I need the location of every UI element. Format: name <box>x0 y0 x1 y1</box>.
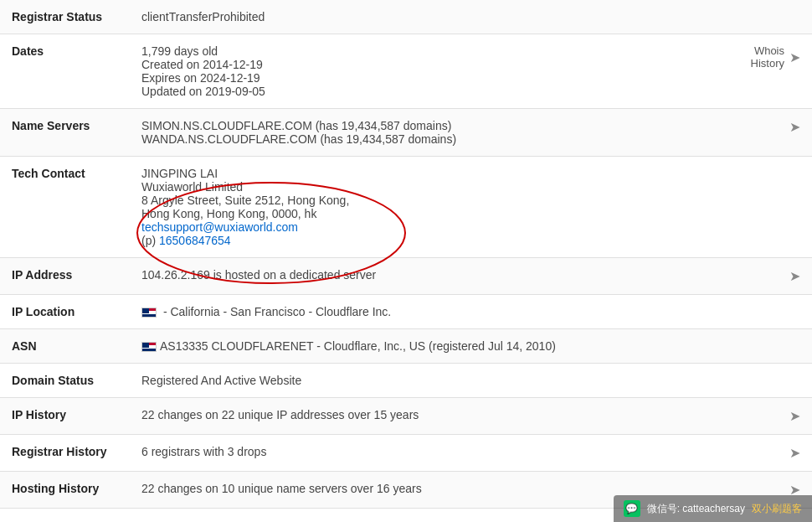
value-line-dates: Expires on 2024-12-19 <box>141 71 727 85</box>
value-line-name-servers: SIMON.NS.CLOUDFLARE.COM (has 19,434,587 … <box>141 119 727 132</box>
label-name-servers: Name Servers <box>0 109 130 157</box>
value-asn: AS13335 CLOUDFLARENET - Cloudflare, Inc.… <box>130 329 739 364</box>
row-ip-location: IP Location - California - San Francisco… <box>0 295 812 329</box>
flag-icon <box>141 342 157 352</box>
flag-icon <box>141 308 157 318</box>
arrow-icon-registrar-history[interactable]: ➤ <box>789 445 800 461</box>
value-line-dates: Created on 2014-12-19 <box>141 58 727 71</box>
value-dates: 1,799 days oldCreated on 2014-12-19Expir… <box>130 34 739 109</box>
tech-contact-email[interactable]: techsupport@wuxiaworld.com <box>141 220 298 234</box>
row-asn: ASNAS13335 CLOUDFLARENET - Cloudflare, I… <box>0 329 812 364</box>
whois-table: Registrar StatusclientTransferProhibited… <box>0 0 812 509</box>
value-ip-address: 104.26.2.169 is hosted on a dedicated se… <box>130 258 739 295</box>
arrow-icon-ip-address[interactable]: ➤ <box>789 268 800 284</box>
action-ip-location <box>739 295 812 329</box>
arrow-icon-name-servers[interactable]: ➤ <box>789 119 800 135</box>
label-registrar-status: Registrar Status <box>0 0 130 34</box>
value-name-servers: SIMON.NS.CLOUDFLARE.COM (has 19,434,587 … <box>130 109 739 157</box>
value-tech-contact: JINGPING LAIWuxiaworld Limited8 Argyle S… <box>130 157 739 258</box>
label-ip-location: IP Location <box>0 295 130 329</box>
value-ip-location: - California - San Francisco - Cloudflar… <box>130 295 739 329</box>
row-ip-address: IP Address104.26.2.169 is hosted on a de… <box>0 258 812 295</box>
action-name-servers[interactable]: ➤ <box>739 109 812 157</box>
action-ip-history[interactable]: ➤ <box>739 398 812 435</box>
whois-history-link[interactable]: Whois History➤ <box>751 44 800 70</box>
value-line-dates: 1,799 days old <box>141 44 727 58</box>
value-text-ip-location: - California - San Francisco - Cloudflar… <box>160 305 391 318</box>
row-domain-status: Domain StatusRegistered And Active Websi… <box>0 364 812 398</box>
label-registrar-history: Registrar History <box>0 435 130 472</box>
action-registrar-status <box>739 0 812 34</box>
action-tech-contact <box>739 157 812 258</box>
watermark-brand: 双小刷题客 <box>752 502 802 509</box>
arrow-icon-ip-history[interactable]: ➤ <box>789 408 800 424</box>
row-dates: Dates1,799 days oldCreated on 2014-12-19… <box>0 34 812 109</box>
row-tech-contact: Tech ContactJINGPING LAIWuxiaworld Limit… <box>0 157 812 258</box>
label-ip-address: IP Address <box>0 258 130 295</box>
watermark-wechat: 微信号: catteachersay <box>647 502 745 509</box>
value-text-asn: AS13335 CLOUDFLARENET - Cloudflare, Inc.… <box>160 339 556 353</box>
row-name-servers: Name ServersSIMON.NS.CLOUDFLARE.COM (has… <box>0 109 812 157</box>
value-line-dates: Updated on 2019-09-05 <box>141 85 727 98</box>
row-ip-history: IP History22 changes on 22 unique IP add… <box>0 398 812 435</box>
label-hosting-history: Hosting History <box>0 472 130 509</box>
tech-contact-line: JINGPING LAI <box>141 167 349 180</box>
value-registrar-history: 6 registrars with 3 drops <box>130 435 739 472</box>
whois-history-arrow-icon: ➤ <box>789 49 800 65</box>
action-domain-status <box>739 364 812 398</box>
action-dates[interactable]: Whois History➤ <box>739 34 812 109</box>
value-ip-history: 22 changes on 22 unique IP addresses ove… <box>130 398 739 435</box>
value-line-name-servers: WANDA.NS.CLOUDFLARE.COM (has 19,434,587 … <box>141 132 727 146</box>
label-dates: Dates <box>0 34 130 109</box>
label-asn: ASN <box>0 329 130 364</box>
row-registrar-status: Registrar StatusclientTransferProhibited <box>0 0 812 34</box>
whois-history-label: Whois History <box>751 44 784 70</box>
tech-contact-phone[interactable]: 16506847654 <box>159 234 231 247</box>
tech-contact-line: Wuxiaworld Limited <box>141 180 349 194</box>
value-domain-status: Registered And Active Website <box>130 364 739 398</box>
tech-contact-line: Hong Kong, Hong Kong, 0000, hk <box>141 207 349 220</box>
action-registrar-history[interactable]: ➤ <box>739 435 812 472</box>
label-tech-contact: Tech Contact <box>0 157 130 258</box>
label-domain-status: Domain Status <box>0 364 130 398</box>
action-ip-address[interactable]: ➤ <box>739 258 812 295</box>
wechat-icon: 💬 <box>624 500 640 509</box>
tech-contact-line: 8 Argyle Street, Suite 2512, Hong Kong, <box>141 194 349 207</box>
value-registrar-status: clientTransferProhibited <box>130 0 739 34</box>
row-registrar-history: Registrar History6 registrars with 3 dro… <box>0 435 812 472</box>
label-ip-history: IP History <box>0 398 130 435</box>
watermark: 💬 微信号: catteachersay 双小刷题客 <box>614 495 812 509</box>
action-asn <box>739 329 812 364</box>
